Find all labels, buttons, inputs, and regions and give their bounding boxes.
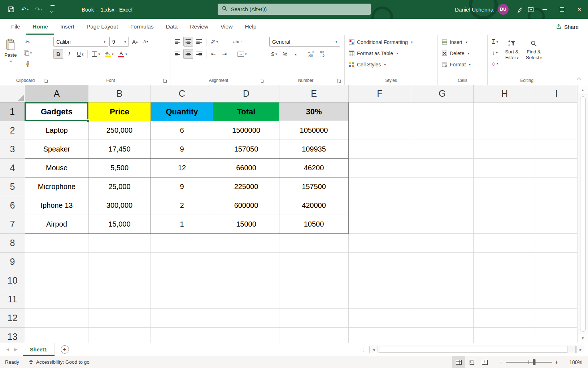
- cell-D10[interactable]: [213, 271, 279, 290]
- new-sheet-button[interactable]: +: [61, 345, 69, 354]
- align-bottom-button[interactable]: [194, 37, 204, 47]
- cell-E4[interactable]: 46200: [279, 159, 349, 178]
- cell-F7[interactable]: [349, 215, 411, 234]
- cell-A5[interactable]: Microphone: [25, 178, 88, 196]
- align-center-button[interactable]: [183, 49, 193, 59]
- column-header-C[interactable]: C: [151, 85, 213, 102]
- cell-G13[interactable]: [411, 328, 474, 343]
- cell-D5[interactable]: 225000: [213, 178, 279, 196]
- cut-button[interactable]: ✂: [22, 37, 34, 47]
- cell-B7[interactable]: 15,000: [88, 215, 151, 234]
- font-size-select[interactable]: 9▾: [109, 37, 129, 47]
- search-box[interactable]: Search (Alt+Q): [218, 4, 371, 15]
- horizontal-scrollbar[interactable]: ◀ ▶: [369, 346, 585, 353]
- align-left-button[interactable]: [173, 49, 182, 59]
- cell-E2[interactable]: 1050000: [279, 121, 349, 140]
- maximize-button[interactable]: [553, 0, 571, 19]
- cell-B8[interactable]: [88, 234, 151, 253]
- alignment-dialog-launcher[interactable]: [260, 79, 263, 83]
- save-icon[interactable]: [6, 3, 17, 16]
- fill-button[interactable]: ↓▾: [490, 48, 500, 57]
- scroll-down-button[interactable]: ▼: [578, 333, 588, 343]
- cell-I8[interactable]: [536, 234, 577, 253]
- cell-E11[interactable]: [279, 290, 349, 309]
- cell-H5[interactable]: [474, 178, 536, 196]
- cell-E8[interactable]: [279, 234, 349, 253]
- collapse-ribbon-button[interactable]: [575, 75, 583, 82]
- customize-quick-access-icon[interactable]: [47, 3, 58, 16]
- column-header-E[interactable]: E: [279, 85, 349, 102]
- cell-G9[interactable]: [411, 253, 474, 271]
- scroll-left-button[interactable]: ◀: [369, 346, 378, 353]
- column-header-D[interactable]: D: [213, 85, 279, 102]
- cell-F8[interactable]: [349, 234, 411, 253]
- cell-C11[interactable]: [151, 290, 213, 309]
- sheet-tab-sheet1[interactable]: Sheet1: [23, 343, 55, 356]
- cell-H11[interactable]: [474, 290, 536, 309]
- vertical-scroll-thumb[interactable]: [580, 96, 586, 332]
- menu-tab-review[interactable]: Review: [184, 19, 214, 35]
- cell-A12[interactable]: [25, 309, 88, 328]
- cell-B6[interactable]: 300,000: [88, 196, 151, 215]
- fill-handle[interactable]: [87, 119, 90, 122]
- cell-B11[interactable]: [88, 290, 151, 309]
- clear-button[interactable]: ◇▾: [490, 58, 500, 68]
- horizontal-scroll-thumb[interactable]: [379, 346, 567, 353]
- format-as-table-button[interactable]: Format as Table▾: [347, 48, 400, 58]
- cell-G3[interactable]: [411, 140, 474, 159]
- cell-D3[interactable]: 157050: [213, 140, 279, 159]
- sheet-nav-right-icon[interactable]: ▶: [12, 347, 19, 352]
- horizontal-scroll-track[interactable]: [379, 346, 576, 353]
- menu-tab-data[interactable]: Data: [160, 19, 184, 35]
- row-header-13[interactable]: 13: [0, 328, 25, 343]
- paste-button[interactable]: Paste ▾: [2, 37, 19, 74]
- column-header-A[interactable]: A: [25, 85, 88, 102]
- cell-F9[interactable]: [349, 253, 411, 271]
- cell-C12[interactable]: [151, 309, 213, 328]
- row-header-9[interactable]: 9: [0, 253, 25, 271]
- increase-font-size-button[interactable]: A▴: [130, 37, 140, 47]
- cell-A4[interactable]: Mouse: [25, 159, 88, 178]
- zoom-slider-thumb[interactable]: [533, 359, 536, 365]
- column-header-H[interactable]: H: [474, 85, 536, 102]
- cell-H12[interactable]: [474, 309, 536, 328]
- cell-H1[interactable]: [474, 102, 536, 121]
- accessibility-status[interactable]: Accessibility: Good to go: [29, 359, 90, 365]
- cell-I1[interactable]: [536, 102, 577, 121]
- inking-pen-icon[interactable]: [514, 3, 525, 16]
- cell-C8[interactable]: [151, 234, 213, 253]
- align-right-button[interactable]: [194, 49, 204, 59]
- cell-I9[interactable]: [536, 253, 577, 271]
- cell-A10[interactable]: [25, 271, 88, 290]
- cell-G4[interactable]: [411, 159, 474, 178]
- comma-style-button[interactable]: ,: [291, 49, 301, 59]
- cell-I7[interactable]: [536, 215, 577, 234]
- italic-button[interactable]: I: [64, 49, 74, 59]
- cell-C1[interactable]: Quantity: [151, 102, 213, 121]
- merge-center-button[interactable]: ↔▾: [236, 49, 249, 59]
- font-color-button[interactable]: A ▾: [116, 49, 129, 59]
- cell-G2[interactable]: [411, 121, 474, 140]
- cell-C6[interactable]: 2: [151, 196, 213, 215]
- conditional-formatting-button[interactable]: Conditional Formatting▾: [347, 37, 414, 47]
- cell-E7[interactable]: 10500: [279, 215, 349, 234]
- cell-A11[interactable]: [25, 290, 88, 309]
- cell-H9[interactable]: [474, 253, 536, 271]
- cell-B4[interactable]: 5,500: [88, 159, 151, 178]
- undo-button[interactable]: ↶▾: [19, 3, 30, 16]
- cell-D9[interactable]: [213, 253, 279, 271]
- cell-E9[interactable]: [279, 253, 349, 271]
- sort-filter-button[interactable]: A Z Sort & Filter▾: [503, 37, 521, 74]
- cell-A2[interactable]: Laptop: [25, 121, 88, 140]
- cell-F13[interactable]: [349, 328, 411, 343]
- row-header-10[interactable]: 10: [0, 271, 25, 290]
- avatar[interactable]: DU: [498, 4, 509, 15]
- cell-I13[interactable]: [536, 328, 577, 343]
- cell-F12[interactable]: [349, 309, 411, 328]
- row-header-8[interactable]: 8: [0, 234, 25, 253]
- redo-button[interactable]: ↷▾: [33, 3, 44, 16]
- clipboard-dialog-launcher[interactable]: [44, 79, 48, 83]
- cell-D7[interactable]: 15000: [213, 215, 279, 234]
- cell-F5[interactable]: [349, 178, 411, 196]
- cell-F2[interactable]: [349, 121, 411, 140]
